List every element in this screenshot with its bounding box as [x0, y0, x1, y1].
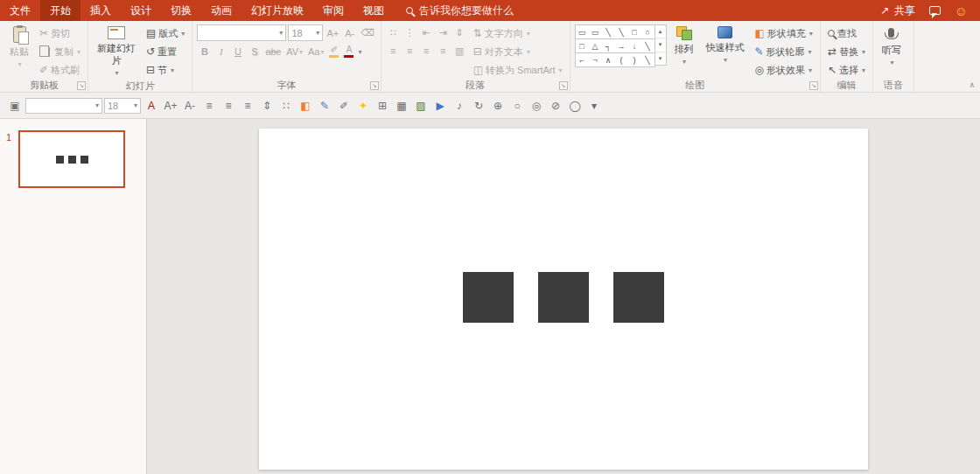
shape-icon[interactable]: ∧: [602, 53, 615, 66]
format-painter-icon[interactable]: ✐: [335, 97, 353, 115]
gallery-more-icon[interactable]: ▾: [655, 52, 666, 65]
comments-icon[interactable]: [929, 6, 941, 15]
shape-fill-icon[interactable]: ◧: [297, 97, 314, 115]
scroll-up-icon[interactable]: ▴: [655, 25, 666, 38]
table-icon[interactable]: ▦: [393, 97, 410, 115]
shape-icon[interactable]: △: [589, 39, 602, 52]
shapes-gallery[interactable]: ▭▭╲╲□○ □△┐→↓╲ ⌐¬∧()╲: [575, 24, 655, 67]
slide-editing-canvas[interactable]: [147, 119, 980, 474]
decrease-font-icon[interactable]: A-: [181, 97, 199, 115]
tab-design[interactable]: 设计: [121, 0, 161, 21]
shape-icon[interactable]: ╲: [641, 39, 654, 52]
circle-icon[interactable]: ◯: [566, 97, 584, 115]
tab-animations[interactable]: 动画: [201, 0, 242, 21]
shape-effects-button[interactable]: ◎ 形状效果 ▾: [752, 61, 816, 79]
square-shape-1[interactable]: [463, 272, 514, 323]
tab-home[interactable]: 开始: [40, 0, 80, 21]
square-shape-2[interactable]: [538, 272, 589, 323]
increase-font-icon[interactable]: A+: [162, 97, 179, 115]
slide-thumbnail-1[interactable]: [18, 130, 125, 188]
decrease-indent-button[interactable]: ⇤: [419, 24, 434, 40]
shape-icon[interactable]: ○: [641, 25, 654, 38]
hyperlink-icon[interactable]: ⊕: [489, 97, 507, 115]
convert-smartart-button[interactable]: ◫ 转换为 SmartArt ▾: [471, 61, 565, 79]
font-color-button[interactable]: A: [342, 44, 355, 59]
dialog-launcher-icon[interactable]: ↘: [370, 81, 379, 90]
feedback-smiley-icon[interactable]: ☺: [955, 4, 968, 17]
tab-review[interactable]: 审阅: [313, 0, 354, 21]
slide-1[interactable]: [259, 129, 868, 470]
slide-thumbnail-panel[interactable]: 1: [0, 119, 147, 474]
rotate-icon[interactable]: ↻: [470, 97, 487, 115]
align-right-icon[interactable]: ≡: [239, 97, 256, 115]
align-center-button[interactable]: ≡: [402, 43, 417, 59]
bullets-icon[interactable]: ∷: [277, 97, 295, 115]
tab-file[interactable]: 文件: [0, 0, 40, 21]
font-name-select[interactable]: ▾: [197, 24, 286, 41]
quick-styles-button[interactable]: 快速样式 ▾: [702, 24, 749, 66]
shape-icon[interactable]: →: [615, 39, 628, 52]
tab-transitions[interactable]: 切换: [161, 0, 201, 21]
shape-icon[interactable]: ╲: [602, 25, 615, 38]
shape-icon[interactable]: ↓: [628, 39, 641, 52]
shape-icon[interactable]: ⌐: [576, 53, 589, 66]
bold-button[interactable]: B: [197, 44, 212, 59]
media-play-icon[interactable]: ▶: [431, 97, 449, 115]
font-color-icon[interactable]: A: [143, 97, 160, 115]
dialog-launcher-icon[interactable]: ↘: [77, 81, 86, 90]
shape-outline-icon[interactable]: ✎: [316, 97, 333, 115]
tab-slideshow[interactable]: 幻灯片放映: [242, 0, 313, 21]
shape-icon[interactable]: ╲: [615, 25, 628, 38]
more-options-icon[interactable]: ▾: [585, 97, 603, 115]
tab-view[interactable]: 视图: [354, 0, 394, 21]
font-size-select[interactable]: 18 ▾: [288, 24, 323, 41]
columns-button[interactable]: ▥: [452, 43, 467, 59]
shape-icon[interactable]: (: [615, 53, 628, 66]
align-left-icon[interactable]: ≡: [200, 97, 218, 115]
no-fill-icon[interactable]: ⊘: [547, 97, 564, 115]
find-button[interactable]: 查找: [825, 24, 868, 42]
shape-icon[interactable]: ): [628, 53, 641, 66]
line-spacing-button[interactable]: ⇕: [452, 24, 467, 40]
scroll-down-icon[interactable]: ▾: [655, 38, 666, 52]
align-right-button[interactable]: ≡: [419, 43, 434, 59]
increase-font-size-button[interactable]: A+: [325, 25, 340, 41]
increase-indent-button[interactable]: ⇥: [436, 24, 451, 40]
shape-outline-button[interactable]: ✎ 形状轮廓 ▾: [752, 43, 816, 60]
shapes-gallery-scrollbar[interactable]: ▴ ▾ ▾: [655, 24, 667, 66]
line-spacing-icon[interactable]: ⇕: [258, 97, 276, 115]
character-spacing-button[interactable]: AV ▾: [284, 44, 304, 59]
dialog-launcher-icon[interactable]: ↘: [559, 81, 568, 90]
sound-icon[interactable]: ♪: [451, 97, 468, 115]
shape-icon[interactable]: ¬: [589, 53, 602, 66]
section-button[interactable]: ⊟ 节 ▾: [144, 61, 187, 79]
copy-icon[interactable]: ⊞: [374, 97, 391, 115]
shape-fill-button[interactable]: ◧ 形状填充 ▾: [752, 24, 816, 42]
share-button[interactable]: ↗ 共享: [881, 3, 915, 18]
oval-icon[interactable]: ○: [508, 97, 526, 115]
italic-button[interactable]: I: [214, 44, 228, 59]
format-painter-button[interactable]: ✐ 格式刷: [37, 61, 83, 79]
dialog-launcher-icon[interactable]: ↘: [809, 81, 818, 90]
slide-pane-icon[interactable]: ▣: [6, 97, 24, 115]
dictate-button[interactable]: 听写 ▾: [878, 24, 906, 69]
replace-button[interactable]: ⇄ 替换 ▾: [825, 43, 868, 60]
new-slide-button[interactable]: 新建幻灯片 ▾: [93, 24, 140, 80]
shape-icon[interactable]: ┐: [602, 39, 615, 52]
highlight-color-button[interactable]: ✐: [327, 44, 340, 59]
shape-icon[interactable]: □: [628, 25, 641, 38]
align-text-button[interactable]: ⊟ 对齐文本 ▾: [471, 43, 565, 60]
align-left-button[interactable]: ≡: [386, 43, 401, 59]
numbering-button[interactable]: ⋮: [402, 24, 417, 40]
copy-button[interactable]: 复制 ▾: [37, 43, 83, 60]
justify-button[interactable]: ≡: [436, 43, 451, 59]
shape-icon[interactable]: ▭: [576, 25, 589, 38]
shape-icon[interactable]: □: [576, 39, 589, 52]
underline-button[interactable]: U: [230, 44, 245, 59]
picture-icon[interactable]: ▨: [412, 97, 430, 115]
reset-button[interactable]: ↺ 重置: [144, 43, 187, 60]
cut-button[interactable]: ✂ 剪切: [37, 24, 83, 42]
square-shape-3[interactable]: [613, 272, 664, 323]
shape-icon[interactable]: ▭: [589, 25, 602, 38]
shape-icon[interactable]: ╲: [641, 53, 654, 66]
